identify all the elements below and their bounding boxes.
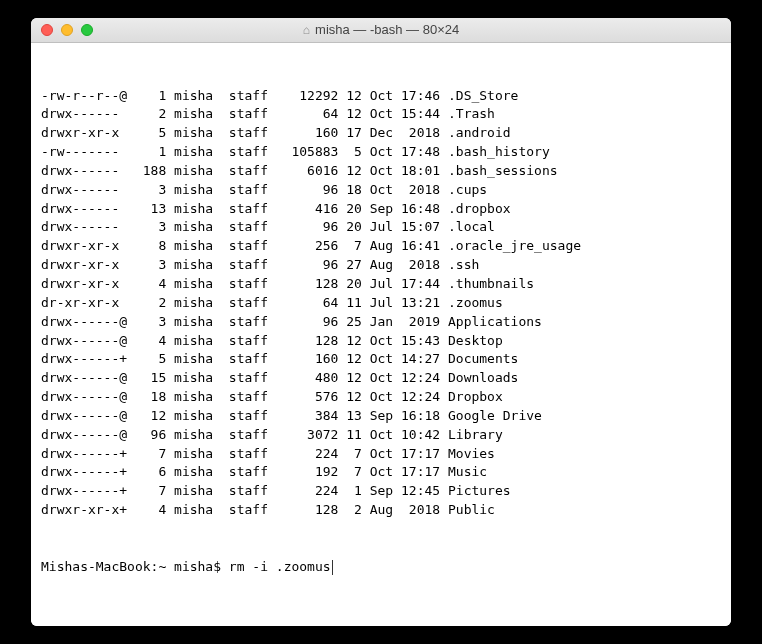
listing-row: -rw-r--r--@ 1 misha staff 12292 12 Oct 1… — [41, 87, 721, 106]
titlebar: ⌂ misha — -bash — 80×24 — [31, 18, 731, 43]
home-icon: ⌂ — [303, 23, 310, 37]
traffic-lights — [31, 24, 93, 36]
listing-row: drwx------ 3 misha staff 96 20 Jul 15:07… — [41, 218, 721, 237]
listing-row: drwx------ 2 misha staff 64 12 Oct 15:44… — [41, 105, 721, 124]
listing-row: drwx------ 188 misha staff 6016 12 Oct 1… — [41, 162, 721, 181]
close-icon[interactable] — [41, 24, 53, 36]
cursor — [332, 560, 333, 575]
file-listing: -rw-r--r--@ 1 misha staff 12292 12 Oct 1… — [41, 87, 721, 520]
listing-row: drwx------+ 6 misha staff 192 7 Oct 17:1… — [41, 463, 721, 482]
listing-row: drwx------@ 12 misha staff 384 13 Sep 16… — [41, 407, 721, 426]
terminal-window: ⌂ misha — -bash — 80×24 -rw-r--r--@ 1 mi… — [31, 18, 731, 626]
terminal-content[interactable]: -rw-r--r--@ 1 misha staff 12292 12 Oct 1… — [31, 43, 731, 626]
listing-row: drwx------+ 7 misha staff 224 1 Sep 12:4… — [41, 482, 721, 501]
listing-row: drwx------@ 3 misha staff 96 25 Jan 2019… — [41, 313, 721, 332]
listing-row: drwxr-xr-x 5 misha staff 160 17 Dec 2018… — [41, 124, 721, 143]
listing-row: drwxr-xr-x 4 misha staff 128 20 Jul 17:4… — [41, 275, 721, 294]
listing-row: drwx------@ 96 misha staff 3072 11 Oct 1… — [41, 426, 721, 445]
prompt-prefix: Mishas-MacBook:~ misha$ — [41, 558, 229, 577]
listing-row: drwx------ 3 misha staff 96 18 Oct 2018 … — [41, 181, 721, 200]
window-title: ⌂ misha — -bash — 80×24 — [31, 22, 731, 37]
listing-row: drwx------@ 15 misha staff 480 12 Oct 12… — [41, 369, 721, 388]
listing-row: drwxr-xr-x 3 misha staff 96 27 Aug 2018 … — [41, 256, 721, 275]
prompt-line[interactable]: Mishas-MacBook:~ misha$ rm -i .zoomus — [41, 558, 721, 577]
listing-row: drwx------@ 4 misha staff 128 12 Oct 15:… — [41, 332, 721, 351]
minimize-icon[interactable] — [61, 24, 73, 36]
listing-row: drwxr-xr-x 8 misha staff 256 7 Aug 16:41… — [41, 237, 721, 256]
maximize-icon[interactable] — [81, 24, 93, 36]
title-text: misha — -bash — 80×24 — [315, 22, 459, 37]
prompt-command: rm -i .zoomus — [229, 558, 331, 577]
listing-row: drwxr-xr-x+ 4 misha staff 128 2 Aug 2018… — [41, 501, 721, 520]
listing-row: drwx------+ 7 misha staff 224 7 Oct 17:1… — [41, 445, 721, 464]
listing-row: -rw------- 1 misha staff 105883 5 Oct 17… — [41, 143, 721, 162]
listing-row: drwx------@ 18 misha staff 576 12 Oct 12… — [41, 388, 721, 407]
listing-row: drwx------+ 5 misha staff 160 12 Oct 14:… — [41, 350, 721, 369]
listing-row: dr-xr-xr-x 2 misha staff 64 11 Jul 13:21… — [41, 294, 721, 313]
listing-row: drwx------ 13 misha staff 416 20 Sep 16:… — [41, 200, 721, 219]
